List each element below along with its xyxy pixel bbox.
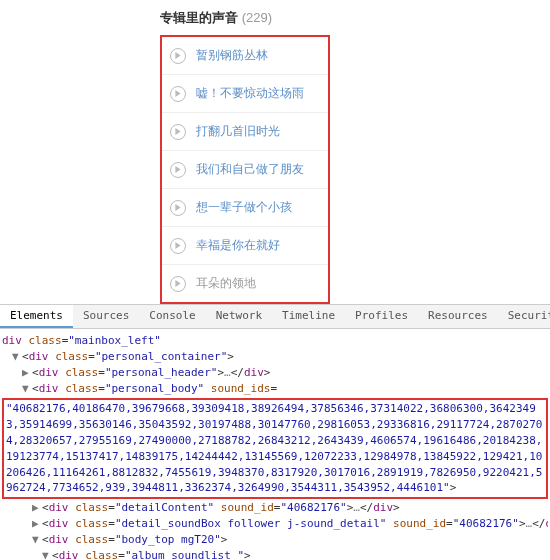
- dom-node[interactable]: ▶<div class="detail_soundBox follower j-…: [2, 516, 548, 532]
- sound-ids-value: "40682176,40186470,39679668,39309418,389…: [6, 402, 542, 495]
- devtools-panel: Elements Sources Console Network Timelin…: [0, 304, 550, 560]
- tab-sources[interactable]: Sources: [73, 305, 139, 328]
- play-icon[interactable]: [170, 238, 186, 254]
- track-row[interactable]: 暂别钢筋丛林: [162, 37, 328, 75]
- track-title: 想一辈子做个小孩: [196, 199, 292, 216]
- track-title: 暂别钢筋丛林: [196, 47, 268, 64]
- tab-timeline[interactable]: Timeline: [272, 305, 345, 328]
- section-count: (229): [242, 10, 272, 25]
- sound-ids-highlight: "40682176,40186470,39679668,39309418,389…: [2, 398, 548, 500]
- tab-network[interactable]: Network: [206, 305, 272, 328]
- tab-security[interactable]: Security: [498, 305, 550, 328]
- section-title: 专辑里的声音: [160, 10, 238, 25]
- dom-node[interactable]: ▶<div class="detailContent" sound_id="40…: [2, 500, 548, 516]
- track-title: 我们和自己做了朋友: [196, 161, 304, 178]
- track-title: 嘘！不要惊动这场雨: [196, 85, 304, 102]
- dom-node[interactable]: ▼<div class="album_soundlist ">: [2, 548, 548, 560]
- play-icon[interactable]: [170, 48, 186, 64]
- dom-node[interactable]: div class="mainbox_left": [2, 333, 548, 349]
- dom-node[interactable]: ▼<div class="personal_body" sound_ids=: [2, 381, 548, 397]
- devtools-tabs: Elements Sources Console Network Timelin…: [0, 305, 550, 329]
- track-row[interactable]: 想一辈子做个小孩: [162, 189, 328, 227]
- play-icon[interactable]: [170, 276, 186, 292]
- play-icon[interactable]: [170, 124, 186, 140]
- tab-profiles[interactable]: Profiles: [345, 305, 418, 328]
- webpage-panel: 专辑里的声音 (229) 暂别钢筋丛林 嘘！不要惊动这场雨 打翻几首旧时光 我们…: [0, 0, 550, 304]
- track-row[interactable]: 打翻几首旧时光: [162, 113, 328, 151]
- play-icon[interactable]: [170, 86, 186, 102]
- dom-node[interactable]: ▼<div class="personal_container">: [2, 349, 548, 365]
- play-icon[interactable]: [170, 162, 186, 178]
- track-row[interactable]: 幸福是你在就好: [162, 227, 328, 265]
- track-title: 幸福是你在就好: [196, 237, 280, 254]
- tab-elements[interactable]: Elements: [0, 305, 73, 328]
- dom-node[interactable]: ▼<div class="body_top mgT20">: [2, 532, 548, 548]
- section-header: 专辑里的声音 (229): [0, 5, 550, 35]
- track-row[interactable]: 我们和自己做了朋友: [162, 151, 328, 189]
- tab-console[interactable]: Console: [139, 305, 205, 328]
- dom-node[interactable]: ▶<div class="personal_header">…</div>: [2, 365, 548, 381]
- track-row-partial[interactable]: 耳朵的领地: [162, 265, 328, 302]
- tab-resources[interactable]: Resources: [418, 305, 498, 328]
- dom-tree[interactable]: div class="mainbox_left" ▼<div class="pe…: [0, 329, 550, 560]
- track-title: 耳朵的领地: [196, 275, 256, 292]
- track-title: 打翻几首旧时光: [196, 123, 280, 140]
- track-list: 暂别钢筋丛林 嘘！不要惊动这场雨 打翻几首旧时光 我们和自己做了朋友 想一辈子做…: [162, 37, 328, 302]
- track-row[interactable]: 嘘！不要惊动这场雨: [162, 75, 328, 113]
- track-list-highlight: 暂别钢筋丛林 嘘！不要惊动这场雨 打翻几首旧时光 我们和自己做了朋友 想一辈子做…: [160, 35, 330, 304]
- play-icon[interactable]: [170, 200, 186, 216]
